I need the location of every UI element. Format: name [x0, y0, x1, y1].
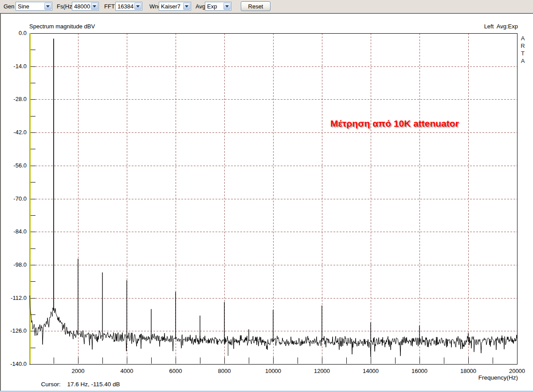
x-tick-label: 12000: [308, 368, 336, 374]
window-value: Kaiser7: [161, 3, 180, 10]
y-tick-label: -98.0: [1, 261, 27, 268]
plot-client-area: Spectrum magnitude dBV Left Avg:Exp 0.0-…: [0, 13, 533, 391]
chevron-down-icon[interactable]: [223, 3, 231, 10]
x-tick-label: 2000: [64, 368, 92, 374]
y-tick-label: -56.0: [1, 162, 27, 169]
y-tick-label: -28.0: [1, 96, 27, 102]
annotation-text: Μέτρηση από 10K attenuator: [330, 118, 472, 129]
generator-select[interactable]: Sine: [16, 2, 52, 11]
toolbar: Gen Sine Fs(Hz) 48000 FFT 16384 Wnd Kais…: [0, 0, 533, 13]
sample-rate-select[interactable]: 48000: [72, 2, 99, 11]
sample-rate-value: 48000: [74, 3, 90, 10]
fft-size-value: 16384: [118, 3, 133, 10]
x-tick-label: 10000: [259, 368, 287, 374]
spectrum-plot-canvas[interactable]: [1, 14, 533, 391]
avg-label: Avg: [196, 3, 205, 10]
y-tick-label: -70.0: [1, 195, 27, 202]
averaging-select[interactable]: Exp: [205, 2, 231, 11]
reset-button[interactable]: Reset: [241, 1, 270, 11]
y-tick-label: -84.0: [1, 228, 27, 235]
arta-watermark: A R T A: [519, 35, 526, 65]
y-tick-label: -14.0: [1, 63, 27, 70]
gen-label: Gen: [4, 3, 15, 10]
x-tick-label: 18000: [454, 368, 482, 374]
y-tick-label: -126.0: [1, 327, 27, 334]
x-tick-label: 16000: [405, 368, 434, 374]
x-tick-label: 20000: [503, 368, 531, 374]
fft-size-select[interactable]: 16384: [115, 2, 142, 11]
x-tick-label: 8000: [210, 368, 239, 374]
window-select[interactable]: Kaiser7: [159, 2, 191, 11]
chevron-down-icon[interactable]: [134, 3, 141, 10]
x-axis-title: Frequency(Hz): [478, 374, 518, 381]
y-tick-label: -140.0: [1, 361, 27, 367]
y-tick-label: -42.0: [1, 129, 27, 136]
fft-label: FFT: [104, 3, 115, 10]
x-tick-label: 14000: [357, 368, 385, 374]
x-tick-label: 6000: [161, 368, 190, 374]
x-tick-label: 4000: [113, 368, 141, 374]
chevron-down-icon[interactable]: [91, 3, 98, 10]
generator-value: Sine: [18, 3, 29, 10]
y-tick-label: 0.0: [1, 30, 27, 36]
y-tick-label: -112.0: [1, 295, 27, 301]
chevron-down-icon[interactable]: [44, 3, 51, 10]
averaging-value: Exp: [207, 3, 217, 10]
chevron-down-icon[interactable]: [183, 3, 190, 10]
arta-spectrum-window: Gen Sine Fs(Hz) 48000 FFT 16384 Wnd Kais…: [0, 0, 533, 392]
